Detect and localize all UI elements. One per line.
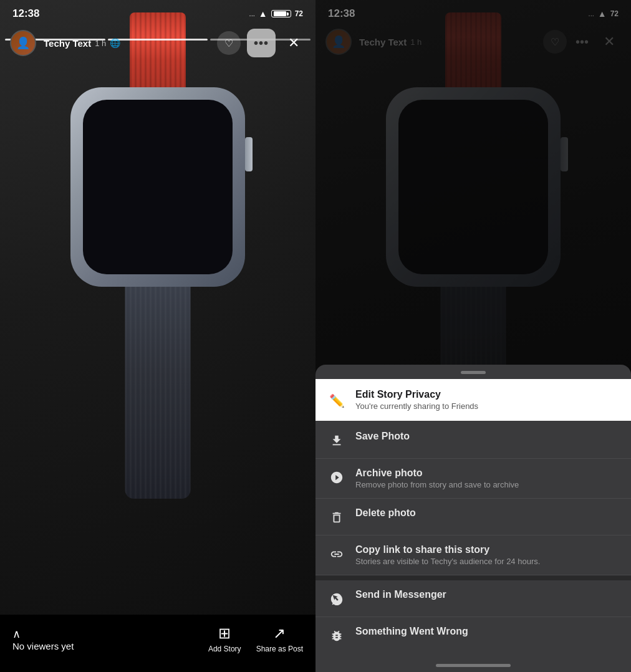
status-icons: ... ▲ 72 xyxy=(249,9,303,19)
right-home-indicator xyxy=(436,664,511,667)
right-status-icons: ... ▲ 72 xyxy=(589,9,619,19)
heart-icon: ♡ xyxy=(224,37,233,49)
send-messenger-title: Send in Messenger xyxy=(355,589,619,600)
heart-button[interactable]: ♡ xyxy=(217,31,241,55)
messenger-icon xyxy=(328,590,345,608)
right-heart-button: ♡ xyxy=(543,30,567,54)
viewers-section: ∧ No viewers yet xyxy=(12,627,74,651)
more-button[interactable]: ••• xyxy=(247,29,276,57)
add-story-label: Add Story xyxy=(208,645,241,653)
delete-photo-item[interactable]: Delete photo xyxy=(316,499,631,535)
link-icon xyxy=(328,545,345,563)
add-story-icon: ⊞ xyxy=(218,625,231,642)
bug-icon xyxy=(328,627,345,645)
archive-photo-title: Archive photo xyxy=(355,468,619,479)
story-username: Techy Text xyxy=(44,38,91,49)
right-close-icon: ✕ xyxy=(604,34,615,50)
right-story-time: 1 h xyxy=(410,37,421,47)
trash-icon xyxy=(328,509,345,526)
right-status-bar: 12:38 ... ▲ 72 xyxy=(316,0,631,24)
close-button[interactable]: ✕ xyxy=(282,31,306,55)
battery-fill xyxy=(274,11,286,16)
send-messenger-item[interactable]: Send in Messenger xyxy=(316,580,631,617)
signal-icon: ... xyxy=(249,10,255,17)
chevron-up-icon[interactable]: ∧ xyxy=(12,627,74,641)
right-battery-label: 72 xyxy=(610,9,619,18)
bottom-actions: ⊞ Add Story ↗ Share as Post xyxy=(208,625,303,653)
sheet-divider xyxy=(316,575,631,580)
story-header: 12:38 ... ▲ 72 👤 Techy Text 1 h 🌐 xyxy=(0,0,316,62)
edit-story-privacy-item[interactable]: ✏️ Edit Story Privacy You're currently s… xyxy=(316,379,631,421)
right-story-username: Techy Text xyxy=(359,37,407,47)
delete-photo-title: Delete photo xyxy=(355,507,619,519)
battery-indicator xyxy=(271,10,291,17)
save-photo-title: Save Photo xyxy=(355,431,619,442)
left-panel: 12:38 ... ▲ 72 👤 Techy Text 1 h 🌐 xyxy=(0,0,316,672)
battery-cap xyxy=(287,12,289,16)
share-post-label: Share as Post xyxy=(256,645,303,653)
globe-icon: 🌐 xyxy=(110,38,120,48)
copy-link-title: Copy link to share this story xyxy=(355,544,619,555)
right-avatar: 👤 xyxy=(325,29,352,55)
right-header-actions: ♡ ••• ✕ xyxy=(543,30,621,54)
sheet-handle xyxy=(461,371,486,374)
right-signal-icon: ... xyxy=(589,10,594,17)
right-panel: 12:38 ... ▲ 72 👤 Techy Text 1 h ♡ ••• xyxy=(316,0,631,672)
share-post-button[interactable]: ↗ Share as Post xyxy=(256,625,303,653)
watch-strap-bottom xyxy=(125,287,191,499)
right-wifi-icon: ▲ xyxy=(598,9,607,19)
status-time: 12:38 xyxy=(12,7,39,20)
watch-case-area xyxy=(70,87,245,287)
copy-link-item[interactable]: Copy link to share this story Stories ar… xyxy=(316,535,631,575)
status-bar: 12:38 ... ▲ 72 xyxy=(0,0,316,24)
archive-photo-subtitle: Remove photo from story and save to arch… xyxy=(355,480,619,489)
copy-link-subtitle: Stories are visible to Techy's audience … xyxy=(355,557,619,566)
add-story-button[interactable]: ⊞ Add Story xyxy=(208,625,241,653)
more-icon: ••• xyxy=(254,36,269,50)
right-status-time: 12:38 xyxy=(328,7,355,20)
pencil-icon: ✏️ xyxy=(328,392,345,410)
right-close-button: ✕ xyxy=(597,30,621,54)
archive-photo-content: Archive photo Remove photo from story an… xyxy=(355,468,619,489)
save-photo-item[interactable]: Save Photo xyxy=(316,422,631,459)
share-icon: ↗ xyxy=(273,625,286,642)
copy-link-content: Copy link to share this story Stories ar… xyxy=(355,544,619,566)
edit-privacy-subtitle: You're currently sharing to Friends xyxy=(355,401,619,411)
avatar: 👤 xyxy=(10,30,36,56)
story-user-header: 👤 Techy Text 1 h 🌐 ♡ ••• ✕ xyxy=(0,24,316,62)
watch-illustration xyxy=(58,87,258,511)
save-photo-content: Save Photo xyxy=(355,431,619,442)
story-time: 1 h xyxy=(95,39,106,48)
edit-privacy-title: Edit Story Privacy xyxy=(355,389,619,400)
user-info: Techy Text 1 h 🌐 xyxy=(44,38,210,49)
right-heart-icon: ♡ xyxy=(551,36,559,48)
right-user-header: 👤 Techy Text 1 h ♡ ••• ✕ xyxy=(316,24,631,60)
edit-privacy-content: Edit Story Privacy You're currently shar… xyxy=(355,389,619,411)
watch-case xyxy=(70,87,245,287)
right-more-dots: ••• xyxy=(573,35,591,49)
wifi-icon: ▲ xyxy=(259,9,267,19)
archive-icon xyxy=(328,469,345,486)
delete-photo-content: Delete photo xyxy=(355,507,619,519)
download-icon xyxy=(328,432,345,449)
send-messenger-content: Send in Messenger xyxy=(355,589,619,600)
watch-crown xyxy=(245,137,253,171)
something-wrong-content: Something Went Wrong xyxy=(355,626,619,637)
right-user-info: Techy Text 1 h xyxy=(359,37,536,47)
header-actions: ♡ ••• ✕ xyxy=(217,29,306,57)
story-bottom-bar: ∧ No viewers yet ⊞ Add Story ↗ Share as … xyxy=(0,615,316,672)
bottom-sheet: ✏️ Edit Story Privacy You're currently s… xyxy=(316,365,631,672)
something-wrong-item[interactable]: Something Went Wrong xyxy=(316,617,631,653)
viewers-count: No viewers yet xyxy=(12,641,74,651)
battery-label: 72 xyxy=(295,9,303,18)
archive-photo-item[interactable]: Archive photo Remove photo from story an… xyxy=(316,459,631,499)
watch-screen xyxy=(83,100,233,274)
something-wrong-title: Something Went Wrong xyxy=(355,626,619,637)
close-icon: ✕ xyxy=(288,35,299,51)
right-story-header: 12:38 ... ▲ 72 👤 Techy Text 1 h ♡ ••• xyxy=(316,0,631,60)
